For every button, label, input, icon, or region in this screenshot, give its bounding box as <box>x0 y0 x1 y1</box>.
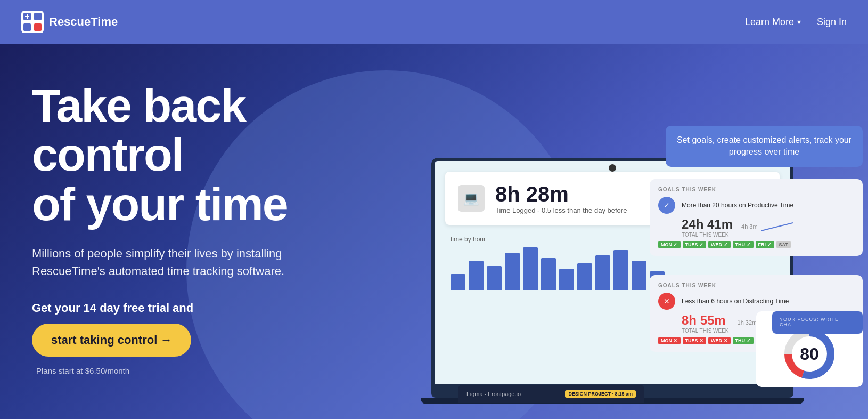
goal-description-2: Less than 6 hours on Distracting Time <box>682 297 854 305</box>
goal-time-label-2: TOTAL THIS WEEK <box>682 328 729 334</box>
day-badge: SAT <box>776 241 791 248</box>
bar <box>523 247 538 290</box>
hero-title: Take back control of your time <box>32 81 362 229</box>
goal-time-value-2: 8h 55m <box>682 313 729 328</box>
day-badge-red: WED ✕ <box>708 337 731 344</box>
svg-rect-4 <box>34 23 42 31</box>
goal-description: More than 20 hours on Productive Time <box>682 202 854 209</box>
hero-cta-label: Get your 14 day free trial and <box>32 301 362 315</box>
logo-icon <box>21 11 44 33</box>
screen-notch <box>609 164 616 172</box>
bar <box>595 255 610 290</box>
day-badge-red: TUES ✕ <box>683 337 707 344</box>
chevron-down-icon: ▾ <box>797 18 801 26</box>
focus-label: YOUR FOCUS: Write Cha... <box>780 317 855 327</box>
focus-card: YOUR FOCUS: Write Cha... <box>772 311 863 334</box>
goal-time-value: 24h 41m <box>682 217 733 232</box>
logo-text: RescueTime <box>49 15 118 29</box>
app-bar-mockup: Figma - Frontpage.io DESIGN PROJECT · 8:… <box>458 385 644 403</box>
logo[interactable]: RescueTime <box>21 11 118 33</box>
goal-x-icon: ✕ <box>658 293 675 310</box>
svg-rect-6 <box>25 16 29 17</box>
pulse-circle: 80 <box>783 327 836 381</box>
svg-rect-3 <box>23 23 31 31</box>
bar <box>559 269 574 290</box>
day-badge: THU ✓ <box>733 241 754 248</box>
navbar: RescueTime Learn More ▾ Sign In <box>0 0 868 44</box>
day-badge: TUES ✓ <box>683 241 707 248</box>
nav-right: Learn More ▾ Sign In <box>745 17 847 28</box>
pulse-number: 80 <box>800 344 819 364</box>
day-badge-green: THU ✓ <box>733 337 754 344</box>
goal-card-row: ✓ More than 20 hours on Productive Time <box>658 197 854 214</box>
goal-card-header: GOALS THIS WEEK <box>658 187 854 192</box>
bar <box>577 263 592 290</box>
goal-card-productive: GOALS THIS WEEK ✓ More than 20 hours on … <box>650 179 863 256</box>
app-bar-badge: DESIGN PROJECT · 8:15 am <box>565 390 636 398</box>
hero-right-content: 💻 8h 28m Time Logged - 0.5 less than the… <box>389 110 868 419</box>
sparkline-chart <box>761 220 793 233</box>
bar <box>451 274 465 290</box>
goal-check-icon: ✓ <box>658 197 675 214</box>
sign-in-link[interactable]: Sign In <box>817 17 847 28</box>
day-badges-productive: MON ✓ TUES ✓ WED ✓ THU ✓ FRI ✓ SAT <box>658 241 854 248</box>
goal-card-header-2: GOALS THIS WEEK <box>658 283 854 288</box>
learn-more-link[interactable]: Learn More ▾ <box>745 17 801 28</box>
hero-left-content: Take back control of your time Millions … <box>0 76 362 376</box>
bar <box>541 258 556 290</box>
bar <box>505 253 520 290</box>
bar <box>469 261 484 290</box>
start-taking-control-button[interactable]: start taking control → <box>32 324 191 357</box>
day-badge: WED ✓ <box>708 241 731 248</box>
bar <box>613 250 628 290</box>
bar <box>632 261 646 290</box>
goal-card-row-2: ✕ Less than 6 hours on Distracting Time <box>658 293 854 310</box>
bar <box>487 266 502 290</box>
svg-rect-2 <box>34 13 42 20</box>
hero-subtitle: Millions of people simplify their lives … <box>32 245 330 280</box>
hero-section: Take back control of your time Millions … <box>0 44 868 419</box>
goal-time-label: TOTAL THIS WEEK <box>682 232 733 238</box>
app-bar-title: Figma - Frontpage.io <box>466 391 560 397</box>
day-badge: FRI ✓ <box>756 241 774 248</box>
day-badge-red: MON ✕ <box>658 337 681 344</box>
goals-tooltip-card: Set goals, create customized alerts, tra… <box>666 126 863 167</box>
day-badge: MON ✓ <box>658 241 681 248</box>
laptop-icon: 💻 <box>458 185 485 212</box>
pricing-label: Plans start at $6.50/month <box>36 366 129 375</box>
